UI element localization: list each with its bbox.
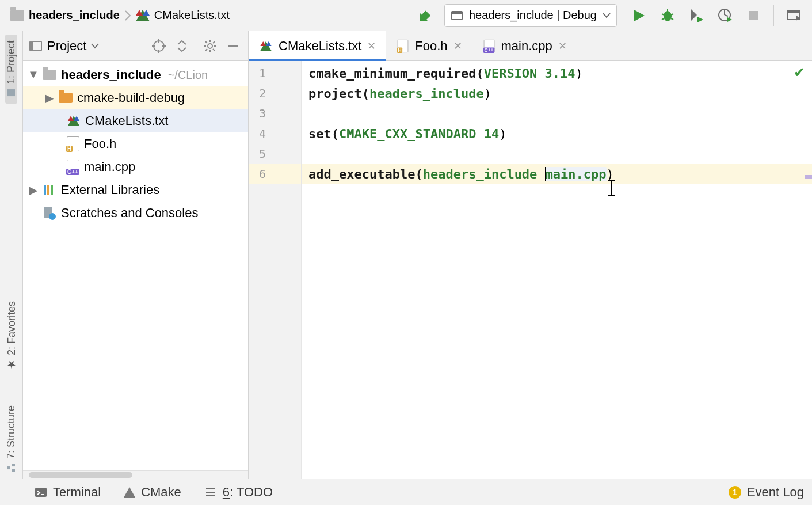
target-icon[interactable]: [150, 37, 168, 55]
folder-icon: [59, 93, 73, 103]
line-number: 5: [249, 144, 301, 164]
tree-node-label: External Libraries: [61, 183, 159, 198]
stop-button[interactable]: [741, 3, 767, 28]
code-token: main.cpp: [546, 167, 607, 181]
editor-gutter[interactable]: 1 2 3 4 5 6: [249, 61, 302, 479]
tree-root[interactable]: ▼ headers_include ~/CLion: [23, 63, 248, 86]
breadcrumb[interactable]: headers_include CMakeLists.txt: [10, 9, 230, 22]
line-number: 3: [249, 104, 301, 124]
build-button[interactable]: [410, 3, 435, 28]
expand-arrow-icon[interactable]: ▶: [44, 91, 54, 105]
project-panel: Project: [23, 31, 249, 479]
editor-tab-main[interactable]: C++ main.cpp ✕: [472, 31, 577, 60]
hide-panel-icon[interactable]: [224, 37, 242, 55]
svg-rect-14: [13, 464, 16, 466]
expand-arrow-icon[interactable]: ▶: [28, 183, 38, 197]
svg-line-29: [213, 49, 215, 51]
cmake-icon: [136, 10, 150, 21]
code-token: [537, 167, 544, 181]
folder-icon: [43, 70, 56, 80]
todo-icon: [204, 486, 217, 499]
tree-scratches[interactable]: Scratches and Consoles: [23, 202, 248, 225]
editor-body[interactable]: 1 2 3 4 5 6 cmake_minimum_required(VERSI…: [249, 61, 812, 479]
structure-icon: [6, 462, 17, 473]
terminal-icon: [35, 486, 47, 499]
tool-tab-terminal[interactable]: Terminal: [35, 485, 101, 500]
text-cursor-icon: [607, 179, 617, 196]
run-config-label: headers_include | Debug: [469, 9, 597, 22]
breadcrumb-project: headers_include: [29, 9, 120, 22]
event-log-button[interactable]: 1 Event Log: [729, 485, 804, 500]
tree-node-label: Foo.h: [84, 136, 116, 151]
expand-all-icon[interactable]: [173, 37, 191, 55]
code-token: VERSION 3.14: [484, 66, 575, 81]
cpp-file-icon: C++: [483, 39, 494, 52]
tree-build-dir[interactable]: ▶ cmake-build-debug: [23, 86, 248, 109]
svg-rect-15: [7, 466, 10, 469]
tree-external-libs[interactable]: ▶ External Libraries: [23, 179, 248, 202]
svg-line-28: [205, 41, 207, 43]
tree-file-cmakelists[interactable]: CMakeLists.txt: [23, 109, 248, 132]
tree-node-label: Scratches and Consoles: [61, 206, 198, 221]
profile-button[interactable]: [712, 3, 738, 28]
tool-tab-todo[interactable]: 6: TODO: [204, 485, 273, 500]
svg-line-4: [662, 14, 664, 15]
tree-node-label: main.cpp: [84, 160, 135, 174]
star-icon: ★: [5, 359, 18, 371]
line-number: 2: [249, 83, 301, 104]
svg-rect-9: [749, 11, 758, 20]
code-content[interactable]: cmake_minimum_required(VERSION 3.14) pro…: [302, 61, 812, 479]
status-label: Terminal: [53, 485, 101, 500]
editor-area: CMakeLists.txt ✕ H Foo.h ✕ C++ main.cpp …: [249, 31, 812, 479]
error-stripe-marker[interactable]: [805, 175, 812, 179]
tool-tab-label: 7: Structure: [5, 405, 17, 459]
expand-arrow-icon[interactable]: ▼: [28, 68, 38, 81]
tool-tab-favorites[interactable]: ★ 2: Favorites: [5, 295, 18, 377]
close-icon[interactable]: ✕: [453, 40, 462, 52]
code-token: ): [499, 127, 506, 141]
editor-tab-cmakelists[interactable]: CMakeLists.txt ✕: [249, 31, 386, 60]
run-button[interactable]: [626, 3, 651, 28]
run-config-select[interactable]: headers_include | Debug: [444, 4, 617, 27]
breadcrumb-file: CMakeLists.txt: [154, 9, 230, 22]
inspection-ok-icon[interactable]: ✔: [794, 64, 805, 81]
coverage-button[interactable]: [684, 3, 709, 28]
code-token: headers_include: [423, 167, 537, 181]
chevron-down-icon[interactable]: [91, 43, 99, 49]
tool-tab-structure[interactable]: 7: Structure: [5, 400, 17, 479]
svg-rect-11: [787, 10, 800, 13]
project-panel-title[interactable]: Project: [47, 39, 86, 54]
svg-line-6: [662, 18, 664, 20]
editor-tab-foo[interactable]: H Foo.h ✕: [386, 31, 472, 60]
svg-rect-38: [35, 488, 47, 497]
project-tree[interactable]: ▼ headers_include ~/CLion ▶ cmake-build-…: [23, 61, 248, 470]
debug-button[interactable]: [655, 3, 680, 28]
code-token: ): [575, 66, 583, 81]
svg-rect-17: [30, 41, 33, 51]
tool-tab-label: 1: Project: [5, 40, 17, 84]
tool-tab-project[interactable]: 1: Project: [5, 35, 17, 104]
app-icon: [451, 9, 463, 22]
search-everywhere-button[interactable]: [781, 3, 806, 28]
tool-tab-cmake[interactable]: CMake: [124, 485, 181, 500]
editor-tabs: CMakeLists.txt ✕ H Foo.h ✕ C++ main.cpp …: [249, 31, 812, 61]
status-label: 6: TODO: [223, 485, 273, 500]
line-number: 4: [249, 124, 301, 144]
tree-file-foo[interactable]: H Foo.h: [23, 132, 248, 155]
notification-badge: 1: [729, 486, 741, 499]
close-icon[interactable]: ✕: [367, 40, 376, 52]
tree-node-label: CMakeLists.txt: [85, 113, 168, 128]
gear-icon[interactable]: [201, 37, 219, 55]
code-token: set(: [308, 127, 339, 141]
close-icon[interactable]: ✕: [558, 40, 567, 52]
code-token: cmake_minimum_required(: [308, 66, 484, 81]
cmake-icon: [124, 487, 135, 498]
tree-file-main[interactable]: C++ main.cpp: [23, 155, 248, 179]
tree-h-scrollbar[interactable]: [23, 470, 248, 479]
svg-line-31: [213, 41, 215, 43]
scrollbar-thumb[interactable]: [29, 472, 132, 478]
code-token: add_executable(: [308, 167, 423, 181]
header-file-icon: H: [398, 39, 409, 52]
tree-node-label: cmake-build-debug: [77, 90, 185, 105]
line-number: 1: [249, 63, 301, 83]
